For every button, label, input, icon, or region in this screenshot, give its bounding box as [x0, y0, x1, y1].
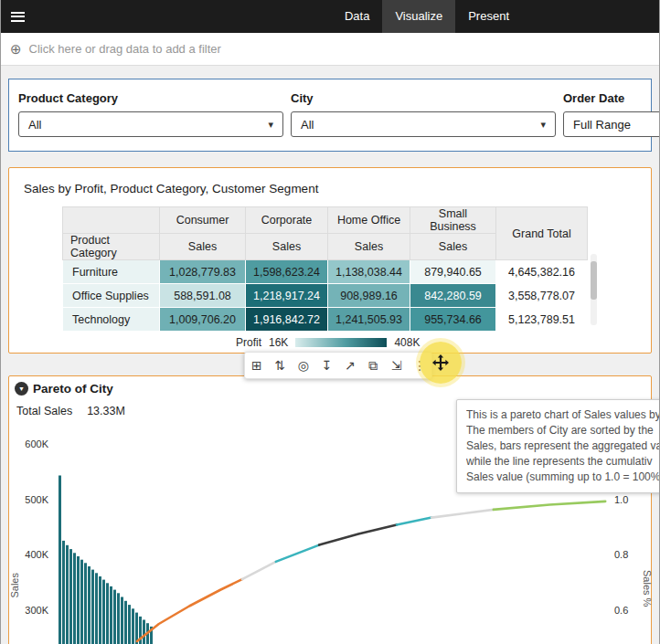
- row-label[interactable]: Office Supplies: [63, 284, 160, 308]
- tab-visualize[interactable]: Visualize: [382, 0, 455, 33]
- measure-header[interactable]: Sales: [410, 234, 496, 260]
- pareto-cumulative-segment[interactable]: [494, 501, 605, 510]
- column-header[interactable]: Small Business: [410, 207, 496, 234]
- order-date-dropdown[interactable]: Full Range ▾: [563, 111, 660, 137]
- column-header[interactable]: Home Office: [328, 207, 410, 234]
- filter-drop-bar[interactable]: ⊕ Click here or drag data to add a filte…: [1, 33, 659, 66]
- pareto-bar[interactable]: [128, 605, 131, 644]
- pareto-bar[interactable]: [102, 580, 105, 644]
- y-axis-tick: 400K: [12, 549, 48, 560]
- profit-color-legend: Profit 16K 408K: [236, 336, 420, 349]
- pareto-cumulative-segment[interactable]: [242, 562, 276, 579]
- dropdown-value: All: [301, 118, 314, 132]
- pivot-cell[interactable]: 1,028,779.83: [160, 260, 246, 284]
- total-sales-summary: Total Sales 13.33M: [16, 405, 125, 417]
- pivot-scrollbar-thumb[interactable]: [591, 261, 597, 300]
- pareto-cumulative-segment[interactable]: [137, 579, 242, 641]
- maximize-icon[interactable]: ⇲: [386, 353, 408, 378]
- export-icon[interactable]: ↗: [339, 353, 361, 378]
- pareto-bar[interactable]: [110, 586, 112, 644]
- pareto-bar[interactable]: [59, 476, 61, 644]
- pareto-visualization-panel: ▼ Pareto of City Total Sales 13.33M This…: [8, 375, 652, 644]
- pivot-corner-cell: [63, 207, 160, 234]
- sort-icon[interactable]: ⇅: [269, 353, 291, 378]
- drill-icon[interactable]: ↧: [315, 353, 337, 378]
- y2-axis-tick: 0.8: [614, 549, 642, 560]
- y-axis-title: Sales: [9, 573, 20, 598]
- city-dropdown[interactable]: All ▾: [291, 111, 556, 137]
- pareto-bar[interactable]: [117, 593, 120, 644]
- column-header[interactable]: Consumer: [160, 207, 246, 234]
- pareto-bar[interactable]: [106, 583, 109, 644]
- pareto-bar[interactable]: [84, 563, 87, 644]
- show-assignments-icon[interactable]: ⊞: [246, 353, 268, 378]
- pareto-bar[interactable]: [77, 556, 80, 644]
- measure-header[interactable]: Sales: [246, 234, 328, 260]
- pareto-cumulative-segment[interactable]: [431, 510, 494, 518]
- y2-axis-tick: 0.6: [614, 605, 642, 616]
- pareto-bar[interactable]: [99, 576, 101, 644]
- use-as-filter-icon[interactable]: ◎: [293, 353, 314, 378]
- legend-max: 408K: [394, 336, 420, 349]
- pivot-cell[interactable]: 955,734.66: [410, 308, 496, 332]
- pareto-cumulative-segment[interactable]: [276, 545, 319, 562]
- measure-header[interactable]: Sales: [160, 234, 246, 260]
- filter-group-product-category: Product Category All ▾: [18, 91, 283, 137]
- cursor-highlight: [420, 342, 462, 384]
- pivot-cell[interactable]: 908,989.16: [328, 284, 410, 308]
- pareto-bar[interactable]: [91, 570, 94, 644]
- filter-label: Product Category: [18, 91, 283, 105]
- pareto-bar[interactable]: [143, 620, 145, 644]
- pivot-cell-grand-total[interactable]: 5,123,789.51: [496, 308, 588, 332]
- pareto-bar[interactable]: [62, 541, 65, 644]
- move-cursor-icon: [432, 354, 449, 371]
- tab-present[interactable]: Present: [455, 0, 522, 33]
- pareto-cumulative-segment[interactable]: [319, 524, 397, 544]
- pivot-cell[interactable]: 842,280.59: [410, 284, 496, 308]
- duplicate-icon[interactable]: ⧉: [362, 353, 384, 378]
- menu-toggle-icon[interactable]: [11, 9, 25, 24]
- pivot-cell[interactable]: 588,591.08: [160, 284, 246, 308]
- tooltip-line: This is a pareto chart of Sales values b…: [466, 407, 660, 423]
- dropdown-value: Full Range: [573, 118, 631, 132]
- pivot-cell[interactable]: 1,218,917.24: [246, 284, 328, 308]
- measure-header[interactable]: Sales: [328, 234, 410, 260]
- tab-data[interactable]: Data: [332, 0, 382, 33]
- pareto-bar[interactable]: [88, 566, 90, 644]
- column-header-grand-total[interactable]: Grand Total: [496, 207, 588, 260]
- y-axis-tick: 300K: [12, 605, 48, 616]
- tooltip-line: Sales, bars represent the aggregated va: [466, 438, 660, 454]
- total-sales-value: 13.33M: [87, 405, 125, 417]
- y2-axis-title: Sales %: [642, 570, 653, 607]
- row-dimension-header[interactable]: Product Category: [63, 234, 160, 260]
- pareto-bar[interactable]: [124, 601, 127, 644]
- row-label[interactable]: Furniture: [63, 260, 160, 284]
- pareto-bar[interactable]: [132, 608, 134, 644]
- pareto-bar[interactable]: [113, 590, 116, 644]
- tooltip-line: Sales value (summing up to 1.0 = 100%: [466, 470, 660, 485]
- top-bar: Data Visualize Present: [1, 0, 659, 33]
- pareto-cumulative-segment[interactable]: [397, 518, 431, 525]
- pivot-scrollbar[interactable]: [591, 254, 597, 325]
- filter-controls-panel: Product Category All ▾ City All ▾ Order …: [8, 79, 652, 152]
- filter-label: City: [291, 91, 556, 105]
- pareto-bar[interactable]: [69, 549, 72, 644]
- pareto-bar[interactable]: [66, 545, 69, 644]
- pivot-cell[interactable]: 1,916,842.72: [246, 308, 328, 332]
- pivot-cell[interactable]: 1,241,505.93: [328, 308, 410, 332]
- product-category-dropdown[interactable]: All ▾: [18, 111, 283, 137]
- pivot-cell-grand-total[interactable]: 4,645,382.16: [496, 260, 588, 284]
- pivot-cell[interactable]: 879,940.65: [410, 260, 496, 284]
- pareto-bar[interactable]: [80, 560, 83, 644]
- pivot-cell-grand-total[interactable]: 3,558,778.07: [496, 284, 588, 308]
- pivot-cell[interactable]: 1,009,706.20: [160, 308, 246, 332]
- pivot-cell[interactable]: 1,138,038.44: [328, 260, 410, 284]
- filter-group-order-date: Order Date Full Range ▾: [563, 91, 660, 137]
- pareto-bar[interactable]: [73, 553, 76, 644]
- pareto-bar[interactable]: [121, 597, 123, 644]
- pareto-bar[interactable]: [95, 573, 98, 644]
- column-header[interactable]: Corporate: [246, 207, 328, 234]
- pivot-visualization-panel: Sales by Profit, Product Category, Custo…: [8, 167, 652, 354]
- pivot-cell[interactable]: 1,598,623.24: [246, 260, 328, 284]
- row-label[interactable]: Technology: [63, 308, 160, 332]
